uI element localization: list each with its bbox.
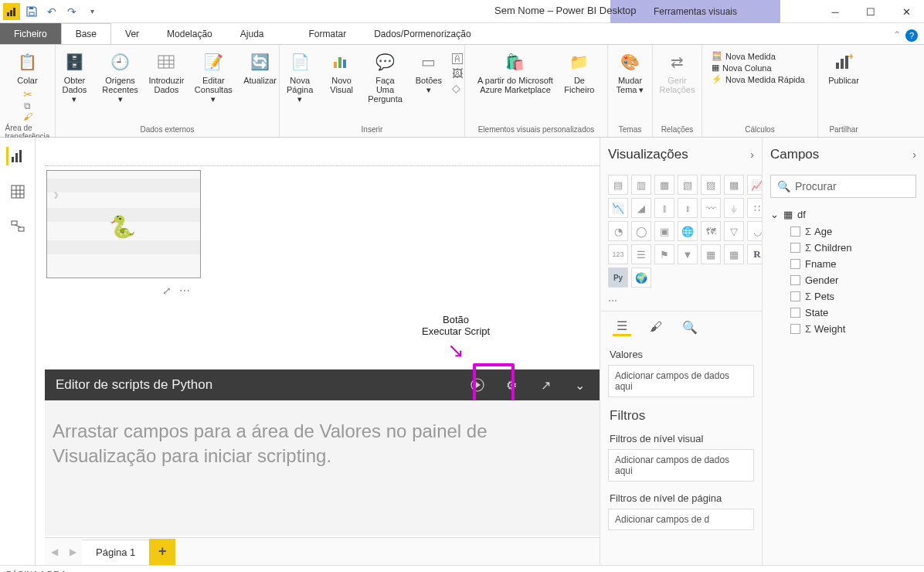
page-tab-1[interactable]: Página 1 [82, 540, 149, 564]
100-column-icon[interactable]: ▩ [724, 175, 744, 195]
collapse-viz-pane-icon[interactable]: › [750, 148, 754, 161]
buttons-button[interactable]: ▭Botões ▾ [410, 48, 447, 125]
checkbox[interactable] [790, 291, 800, 301]
checkbox[interactable] [790, 275, 800, 285]
model-view-icon[interactable] [8, 218, 27, 237]
checkbox[interactable] [790, 259, 800, 269]
multi-card-icon[interactable]: ☰ [631, 244, 651, 264]
checkbox[interactable] [790, 226, 800, 237]
save-icon[interactable] [23, 3, 40, 20]
waterfall-icon[interactable]: ⏚ [724, 198, 744, 218]
tab-format[interactable]: Formatar [294, 23, 360, 44]
help-icon[interactable]: ? [905, 29, 918, 42]
report-view-icon[interactable] [6, 147, 27, 165]
table-df[interactable]: ⌄ ▦ df [770, 206, 916, 223]
new-visual-button[interactable]: Novo Visual [323, 48, 360, 125]
line-clustered-icon[interactable]: ⫿ [654, 198, 674, 218]
copy-icon[interactable]: ⧉ [24, 100, 31, 111]
field-gender[interactable]: Gender [770, 272, 916, 288]
script-editor-body[interactable]: Arrastar campos para a área de Valores n… [45, 400, 600, 536]
field-age[interactable]: Age [770, 223, 916, 240]
format-painter-icon[interactable]: 🖌 [23, 111, 32, 122]
quick-measure-button[interactable]: ⚡Nova Medida Rápida [712, 74, 805, 84]
add-page-button[interactable]: + [149, 539, 175, 565]
tab-file[interactable]: Ficheiro [0, 23, 61, 44]
clustered-bar-icon[interactable]: ▦ [654, 175, 674, 195]
checkbox[interactable] [790, 324, 800, 334]
tab-modeling[interactable]: Modelação [153, 23, 226, 44]
switch-theme-button[interactable]: 🎨Mudar Tema ▾ [612, 48, 649, 125]
pie-icon[interactable]: ◔ [608, 221, 628, 241]
image-icon[interactable]: 🖼 [452, 67, 463, 80]
table-visual-icon[interactable]: ▦ [701, 244, 721, 264]
fields-tab-icon[interactable]: ☰ [613, 318, 631, 336]
tab-help[interactable]: Ajuda [226, 23, 278, 44]
report-canvas[interactable]: › 🐍 ⤢ ⋯ Botão Executar Script ↘ Editor d… [36, 138, 600, 565]
treemap-icon[interactable]: ▣ [654, 221, 674, 241]
enter-data-button[interactable]: Introduzir Dados [148, 48, 185, 125]
kpi-icon[interactable]: ⚑ [654, 244, 674, 264]
manage-relations-button[interactable]: ⇄Gerir Relações [657, 48, 698, 125]
ask-question-button[interactable]: 💬Faça Uma Pergunta [365, 48, 406, 125]
collapse-fields-pane-icon[interactable]: › [912, 148, 916, 161]
analytics-tab-icon[interactable]: 🔍 [681, 318, 699, 336]
python-visual-placeholder[interactable]: › 🐍 ⤢ ⋯ [46, 170, 201, 286]
publish-button[interactable]: Publicar [825, 48, 862, 125]
maximize-button[interactable]: ☐ [853, 0, 888, 23]
more-visuals-icon[interactable]: ⋯ [600, 291, 762, 311]
close-button[interactable]: ✕ [888, 0, 924, 23]
map-icon[interactable]: 🌐 [678, 221, 698, 241]
undo-icon[interactable]: ↶ [43, 3, 60, 20]
field-weight[interactable]: Weight [770, 321, 916, 337]
marketplace-button[interactable]: 🛍️A partir do Microsoft Azure Marketplac… [474, 48, 556, 125]
page-next-icon[interactable]: ▶ [63, 546, 82, 557]
ribbon-icon[interactable]: 〰 [701, 198, 721, 218]
page-filters-drop[interactable]: Adicionar campos de d [608, 509, 754, 530]
visual-filters-drop[interactable]: Adicionar campos de dados aqui [608, 449, 754, 482]
script-options-icon[interactable]: ⚙ [502, 376, 521, 394]
refresh-button[interactable]: 🔄Atualizar [242, 48, 279, 125]
fields-search[interactable]: 🔍 Procurar [770, 175, 916, 198]
format-tab-icon[interactable]: 🖌 [647, 318, 665, 336]
textbox-icon[interactable]: 🄰 [452, 53, 463, 65]
area-icon[interactable]: 📉 [608, 198, 628, 218]
slicer-icon[interactable]: ▼ [678, 244, 698, 264]
stacked-area-icon[interactable]: ◢ [631, 198, 651, 218]
edit-queries-button[interactable]: 📝Editar Consultas ▾ [190, 48, 236, 125]
field-fname[interactable]: Fname [770, 256, 916, 272]
get-data-button[interactable]: 🗄️Obter Dados ▾ [56, 48, 93, 125]
collapse-ribbon-icon[interactable]: ⌃ [893, 29, 901, 40]
python-visual-icon[interactable]: Py [608, 267, 628, 288]
shapes-icon[interactable]: ◇ [452, 82, 463, 94]
field-pets[interactable]: Pets [770, 288, 916, 305]
clustered-column-icon[interactable]: ▧ [678, 175, 698, 195]
visual-more-icon[interactable]: ⋯ [179, 284, 190, 297]
qat-customize[interactable]: ▾ [83, 3, 100, 20]
line-stacked-icon[interactable]: ⫾ [678, 198, 698, 218]
field-children[interactable]: Children [770, 240, 916, 256]
card-icon[interactable]: 123 [608, 244, 628, 264]
tab-view[interactable]: Ver [111, 23, 153, 44]
tab-data-drill[interactable]: Dados/Pormenorização [360, 23, 484, 44]
stacked-column-icon[interactable]: ▥ [631, 175, 651, 195]
stacked-bar-icon[interactable]: ▤ [608, 175, 628, 195]
run-script-button[interactable] [468, 376, 487, 394]
pop-out-icon[interactable]: ↗ [536, 376, 555, 394]
redo-icon[interactable]: ↷ [63, 3, 80, 20]
data-view-icon[interactable] [8, 182, 27, 201]
visual-focus-icon[interactable]: ⤢ [162, 284, 172, 297]
checkbox[interactable] [790, 308, 800, 318]
checkbox[interactable] [790, 243, 800, 253]
100-bar-icon[interactable]: ▨ [701, 175, 721, 195]
donut-icon[interactable]: ◯ [631, 221, 651, 241]
field-state[interactable]: State [770, 305, 916, 321]
filled-map-icon[interactable]: 🗺 [701, 221, 721, 241]
tab-home[interactable]: Base [61, 23, 111, 44]
matrix-icon[interactable]: ▦ [724, 244, 744, 264]
arcgis-icon[interactable]: 🌍 [631, 267, 651, 288]
minimize-button[interactable]: ─ [817, 0, 853, 23]
new-measure-button[interactable]: 🧮Nova Medida [712, 51, 776, 61]
recent-sources-button[interactable]: 🕘Origens Recentes ▾ [97, 48, 142, 125]
new-page-button[interactable]: 📄Nova Página ▾ [281, 48, 318, 125]
page-prev-icon[interactable]: ◀ [45, 546, 63, 557]
